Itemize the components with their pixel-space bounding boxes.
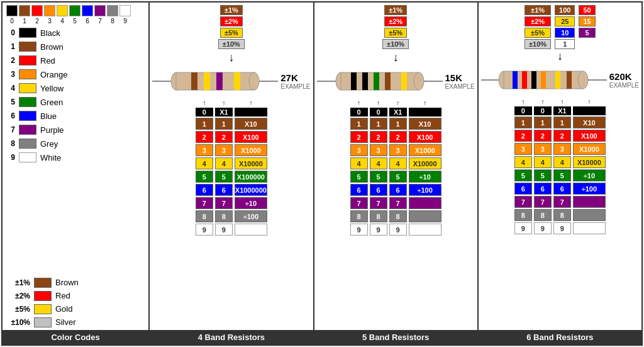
main-container: 0 1 2 3 4 5 6 7 8 9 0 Black 1 Brown 2 [1,1,643,346]
four-band-c1-6: 6 [196,184,213,196]
four-band-m-9 [235,224,267,236]
four-band-c2-5: 5 [215,171,233,183]
color-swatch-grey [19,139,36,149]
six-band-col2: 0 1 2 3 4 5 6 7 8 9 [534,106,552,327]
six-tol-2pct: ±2% [525,16,551,26]
svg-rect-2 [176,72,254,90]
svg-rect-26 [541,71,546,89]
color-codes-panel: 0 1 2 3 4 5 6 7 8 9 0 Black 1 Brown 2 [3,3,150,344]
tol-row-1pct: ±1% Brown [6,276,145,289]
five-band-title: 5 Band Resistors [314,330,477,344]
six-tol-10pct: ±10% [525,39,551,49]
four-band-c2-6: 6 [215,184,233,196]
four-band-col1: 0 1 2 3 4 5 6 7 8 9 [196,108,213,327]
swatch-9 [119,5,131,16]
swatch-5 [69,5,80,16]
five-band-col3-header: X1 [389,108,407,117]
six-band-panel: ±1% ±2% ±5% ±10% 100 25 10 1 50 15 5 [479,3,641,344]
color-swatch-purple [19,125,36,135]
swatch-numbers: 0 1 2 3 4 5 6 7 8 9 [3,18,148,25]
tol-swatch-brown [34,278,52,288]
five-band-col-mult: X10 X100 X1000 X10000 ÷10 ÷100 [409,108,441,327]
five-band-col-arrows: ↑ ↑ ↑ ↑ [350,100,441,106]
swatch-4 [57,5,68,16]
six-band-arrow: ↓ [557,50,563,62]
svg-rect-24 [522,71,527,89]
five-band-panel: ±1% ±2% ±5% ±10% ↓ [314,3,479,344]
five-band-col2-header: 0 [370,108,387,117]
six-band-title: 6 Band Resistors [479,330,641,344]
five-band-content: ±1% ±2% ±5% ±10% ↓ [314,3,477,330]
four-band-c2-9: 9 [215,224,233,236]
five-tol-5pct: ±5% [384,28,407,38]
four-band-c1-2: 2 [196,131,213,143]
swatch-3 [44,5,55,16]
five-band-arrow: ↓ [393,52,399,63]
svg-rect-17 [401,72,407,90]
five-band-col1-header: 0 [350,108,368,117]
five-band-resistor-svg [317,65,443,97]
swatch-8 [107,5,118,16]
five-tol-1pct: ±1% [384,5,407,15]
svg-point-22 [578,71,588,89]
six-tol-1pct: ±1% [525,5,551,15]
five-band-resistor: 15K EXAMPLE [317,65,475,97]
five-band-table: 0 1 2 3 4 5 6 7 8 9 0 1 2 3 4 [350,108,441,327]
svg-rect-13 [351,72,357,90]
four-band-mult-header [235,108,267,117]
color-swatches-row [3,3,148,18]
six-band-col-mult: X10 X100 X1000 X10000 ÷10 ÷100 [573,106,606,327]
color-row-7: 7 Purple [6,123,145,137]
color-codes-title: Color Codes [3,330,148,344]
five-band-col2: 0 1 2 3 4 5 6 7 8 9 [370,108,387,327]
swatch-6 [82,5,93,16]
color-swatch-orange [19,69,36,79]
four-band-resistor-svg [152,65,278,97]
svg-rect-6 [216,72,223,90]
four-band-col2: X1 1 2 3 4 5 6 7 8 9 [215,108,233,327]
color-row-9: 9 White [6,151,145,164]
svg-rect-4 [191,72,197,90]
color-row-4: 4 Yellow [6,81,145,95]
four-tol-10pct: ±10% [218,39,245,49]
six-band-col-arrows: ↑ ↑ ↑ ↑ [514,98,606,105]
six-band-table: 0 1 2 3 4 5 6 7 8 9 0 1 2 3 4 [514,106,606,327]
six-band-col3: X1 1 2 3 4 5 6 7 8 9 [553,106,571,327]
four-band-c1-7: 7 [196,197,213,209]
svg-rect-16 [385,72,391,90]
six-band-col3-header: X1 [553,106,571,115]
six-band-col2-header: 0 [534,106,552,115]
color-rows: 0 Black 1 Brown 2 Red 3 Orange 4 [3,25,148,275]
six-band-top: ±1% ±2% ±5% ±10% 100 25 10 1 50 15 5 [481,5,639,49]
four-tol-5pct: ±5% [220,28,243,38]
four-band-c1-9: 9 [196,224,213,236]
four-band-m-8: ÷100 [235,210,267,222]
four-band-m-2: X100 [235,131,267,143]
five-tol-10pct: ±10% [382,39,409,49]
six-tempcoeff-b: 50 15 5 [579,5,595,49]
color-row-6: 6 Blue [6,109,145,123]
swatch-1 [19,5,30,16]
tol-row-5pct: ±5% Gold [6,302,145,316]
four-band-m-4: X10000 [235,157,267,169]
svg-point-12 [414,72,424,90]
six-band-example-label: 620K EXAMPLE [609,71,639,89]
four-band-m-7: ÷10 [235,197,267,209]
five-band-example-label: 15K EXAMPLE [445,72,475,90]
color-swatch-green [19,97,36,107]
swatch-0 [6,5,18,16]
six-tol-col: ±1% ±2% ±5% ±10% [525,5,551,49]
four-band-table: 0 1 2 3 4 5 6 7 8 9 X1 1 2 3 4 [196,108,267,327]
four-band-panel: ±1% ±2% ±5% ±10% ↓ [150,3,314,344]
four-band-c2-1: 1 [215,118,233,130]
color-row-1: 1 Brown [6,40,145,54]
tolerance-rows: ±1% Brown ±2% Red ±5% Gold ±10% Silver [3,275,148,330]
five-tol-2pct: ±2% [384,16,407,26]
tol-swatch-gold [34,304,52,314]
svg-rect-27 [555,71,560,89]
four-band-m-3: X1000 [235,144,267,156]
four-band-m-6: X1000000 [235,184,267,196]
swatch-7 [94,5,106,16]
svg-rect-7 [234,72,240,90]
four-band-c1-4: 4 [196,157,213,169]
